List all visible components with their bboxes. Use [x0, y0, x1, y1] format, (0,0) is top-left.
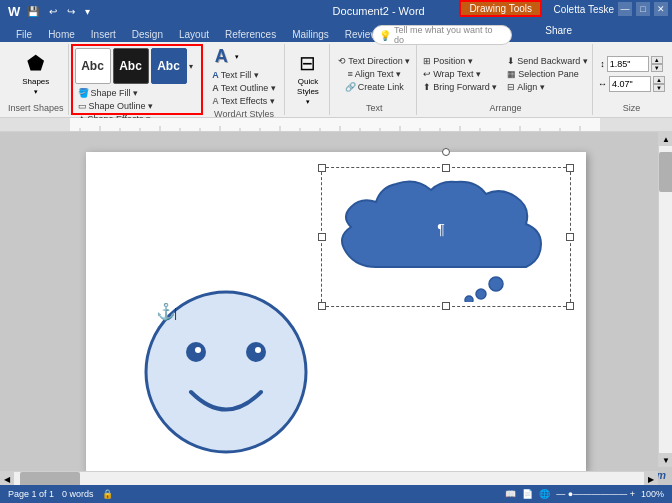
svg-text:|: |	[174, 306, 177, 320]
status-left: Page 1 of 1 0 words 🔒	[8, 489, 113, 499]
scroll-right-button[interactable]: ▶	[644, 472, 658, 485]
customize-qa-button[interactable]: ▾	[82, 5, 93, 18]
align-text-icon: ≡	[347, 69, 352, 79]
cloud-svg: ¶	[326, 172, 566, 302]
shapes-button[interactable]: ⬟ Shapes ▾	[18, 48, 54, 100]
bring-forward-button[interactable]: ⬆ Bring Forward ▾	[420, 81, 500, 93]
tab-design[interactable]: Design	[124, 27, 171, 42]
arrange-group: ⊞ Position ▾ ↩ Wrap Text ▾ ⬆ Bring Forwa…	[419, 44, 593, 115]
scroll-down-button[interactable]: ▼	[659, 453, 672, 467]
status-bar: Page 1 of 1 0 words 🔒 📖 📄 🌐 — ●—————— + …	[0, 485, 672, 503]
tab-layout[interactable]: Layout	[171, 27, 217, 42]
align-text-button[interactable]: ≡ Align Text ▾	[344, 68, 404, 80]
scroll-left-button[interactable]: ◀	[0, 472, 14, 485]
tab-references[interactable]: References	[217, 27, 284, 42]
smiley-svg: ⚓ |	[136, 272, 316, 462]
share-button[interactable]: Share	[545, 25, 572, 36]
handle-mr[interactable]	[566, 233, 574, 241]
svg-text:⚓: ⚓	[156, 302, 176, 321]
wordart-a-btn[interactable]: A	[209, 46, 233, 67]
document-area[interactable]: ¶	[0, 132, 672, 485]
selection-pane-icon: ▦	[507, 69, 516, 79]
handle-tm[interactable]	[442, 164, 450, 172]
handle-rotate[interactable]	[442, 148, 450, 156]
send-backward-icon: ⬇	[507, 56, 515, 66]
handle-br[interactable]	[566, 302, 574, 310]
width-spinner: ▲ ▼	[653, 76, 665, 92]
ribbon-tabs: File Home Insert Design Layout Reference…	[0, 22, 672, 42]
position-button[interactable]: ⊞ Position ▾	[420, 55, 500, 67]
maximize-button[interactable]: □	[636, 2, 650, 16]
shape-outline-icon: ▭	[78, 101, 87, 111]
position-icon: ⊞	[423, 56, 431, 66]
lang-indicator: 🔒	[102, 489, 113, 499]
quick-styles-button[interactable]: ⊟ QuickStyles ▾	[290, 53, 326, 105]
text-group-label: Text	[366, 101, 383, 113]
scroll-h-thumb[interactable]	[20, 472, 80, 485]
scroll-up-button[interactable]: ▲	[659, 132, 672, 146]
view-print-button[interactable]: 📄	[522, 489, 533, 499]
width-input[interactable]	[609, 76, 651, 92]
arrange-col-1: ⊞ Position ▾ ↩ Wrap Text ▾ ⬆ Bring Forwa…	[420, 55, 500, 93]
shape-styles-group: Abc Abc Abc ▾ 🪣 Shape Fill ▾ ▭ Shape Out…	[71, 44, 203, 115]
tell-me-bar[interactable]: 💡 Tell me what you want to do	[372, 25, 512, 45]
send-backward-button[interactable]: ⬇ Send Backward ▾	[504, 55, 591, 67]
width-down-button[interactable]: ▼	[653, 84, 665, 92]
undo-button[interactable]: ↩	[46, 5, 60, 18]
svg-text:¶: ¶	[437, 221, 445, 237]
save-button[interactable]: 💾	[24, 5, 42, 18]
zoom-slider[interactable]: — ●—————— +	[556, 489, 635, 499]
create-link-icon: 🔗	[345, 82, 356, 92]
shape-style-3-button[interactable]: Abc	[151, 48, 187, 84]
tab-home[interactable]: Home	[40, 27, 83, 42]
close-button[interactable]: ✕	[654, 2, 668, 16]
view-read-button[interactable]: 📖	[505, 489, 516, 499]
scroll-thumb[interactable]	[659, 152, 672, 192]
shape-style-1-button[interactable]: Abc	[75, 48, 111, 84]
tab-insert[interactable]: Insert	[83, 27, 124, 42]
handle-tr[interactable]	[566, 164, 574, 172]
text-direction-button[interactable]: ⟲ Text Direction ▾	[335, 55, 413, 67]
size-group-label: Size	[623, 101, 641, 113]
height-icon: ↕	[600, 59, 605, 69]
tab-file[interactable]: File	[8, 27, 40, 42]
shape-fill-button[interactable]: 🪣 Shape Fill ▾	[75, 87, 157, 99]
svg-point-35	[195, 347, 201, 353]
minimize-button[interactable]: —	[618, 2, 632, 16]
redo-button[interactable]: ↪	[64, 5, 78, 18]
more-styles-button[interactable]: ▾	[189, 62, 199, 71]
height-up-button[interactable]: ▲	[651, 56, 663, 64]
wrap-text-button[interactable]: ↩ Wrap Text ▾	[420, 68, 500, 80]
text-fill-button[interactable]: A Text Fill ▾	[209, 69, 279, 81]
width-row: ↔ ▲ ▼	[598, 76, 665, 92]
handle-bm[interactable]	[442, 302, 450, 310]
height-row: ↕ ▲ ▼	[600, 56, 663, 72]
word-icon: W	[8, 4, 20, 19]
handle-bl[interactable]	[318, 302, 326, 310]
shape-outline-button[interactable]: ▭ Shape Outline ▾	[75, 100, 157, 112]
status-right: 📖 📄 🌐 — ●—————— + 100%	[505, 489, 664, 499]
scrollbar-horizontal[interactable]: ◀ ▶	[0, 471, 658, 485]
height-input[interactable]	[607, 56, 649, 72]
width-up-button[interactable]: ▲	[653, 76, 665, 84]
scrollbar-vertical[interactable]: ▲ ▼	[658, 132, 672, 467]
drawing-tools-label: Drawing Tools	[459, 0, 542, 17]
text-effects-button[interactable]: A Text Effects ▾	[209, 95, 279, 107]
shape-fill-icon: 🪣	[78, 88, 89, 98]
align-button[interactable]: ⊟ Align ▾	[504, 81, 591, 93]
handle-ml[interactable]	[318, 233, 326, 241]
more-wordart-btn[interactable]: ▾	[235, 53, 239, 61]
shape-style-2-button[interactable]: Abc	[113, 48, 149, 84]
cloud-shape-container[interactable]: ¶	[326, 172, 566, 302]
tab-mailings[interactable]: Mailings	[284, 27, 337, 42]
svg-point-37	[255, 347, 261, 353]
insert-shapes-group: ⬟ Shapes ▾ Insert Shapes	[4, 44, 69, 115]
selection-pane-button[interactable]: ▦ Selection Pane	[504, 68, 591, 80]
handle-tl[interactable]	[318, 164, 326, 172]
quick-styles-group: ⊟ QuickStyles ▾	[287, 44, 331, 115]
view-web-button[interactable]: 🌐	[539, 489, 550, 499]
main-content: ¶	[0, 118, 672, 503]
text-outline-button[interactable]: A Text Outline ▾	[209, 82, 279, 94]
height-down-button[interactable]: ▼	[651, 64, 663, 72]
create-link-button[interactable]: 🔗 Create Link	[342, 81, 407, 93]
